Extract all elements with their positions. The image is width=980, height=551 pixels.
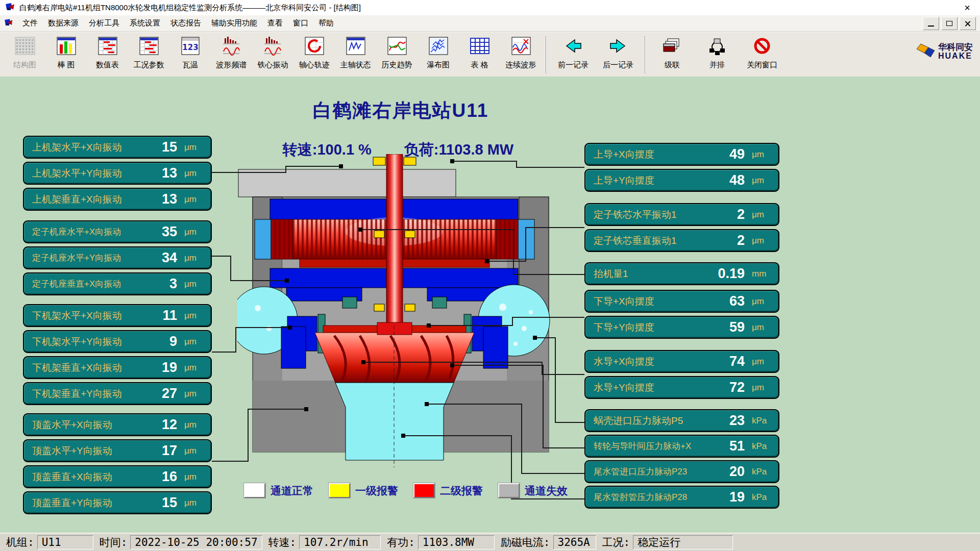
measurement-value: 49 bbox=[712, 146, 745, 162]
measurement-row[interactable]: 下机架垂直+Y向振动27μm bbox=[23, 382, 212, 405]
measurement-row[interactable]: 定子机座水平+Y向振动34μm bbox=[23, 246, 212, 269]
close-window-button[interactable]: 关闭窗口 bbox=[740, 35, 785, 70]
status-field-label: 时间: bbox=[96, 535, 131, 549]
numeric-table-icon bbox=[96, 36, 119, 59]
measurement-row[interactable]: 水导+X向摆度74μm bbox=[584, 350, 779, 373]
stator-right bbox=[518, 219, 534, 259]
shaft-status-icon bbox=[344, 36, 368, 59]
history-trend-button[interactable]: 历史趋势 bbox=[376, 35, 418, 70]
measurement-row[interactable]: 转轮与导叶间压力脉动+X51kPa bbox=[584, 435, 779, 458]
measurement-row[interactable]: 顶盖垂直+X向振动16μm bbox=[23, 465, 212, 488]
toolbar-button-label: 主轴状态 bbox=[340, 60, 371, 70]
measurement-label: 下机架水平+X向振动 bbox=[32, 309, 144, 322]
measurement-row[interactable]: 顶盖水平+Y向振动17μm bbox=[23, 439, 212, 462]
bearing-pad bbox=[374, 231, 384, 238]
menu-item-6[interactable]: 查看 bbox=[262, 16, 288, 30]
status-field-value: 1103.8MW bbox=[418, 535, 495, 549]
status-field-value: 107.2r/min bbox=[299, 535, 381, 549]
measurement-row[interactable]: 定子铁芯水平振动12μm bbox=[584, 203, 779, 226]
measurement-label: 抬机量1 bbox=[594, 267, 712, 281]
condition-params-button[interactable]: 工况参数 bbox=[128, 35, 169, 70]
menu-item-8[interactable]: 帮助 bbox=[313, 16, 339, 30]
measurement-row[interactable]: 定子机座水平+X向振动35μm bbox=[23, 220, 212, 243]
measurement-value: 0.19 bbox=[712, 266, 745, 282]
menu-bar: 文件数据来源分析工具系统设置状态报告辅助实用功能查看窗口帮助 bbox=[0, 15, 980, 32]
measurement-row[interactable]: 下导+X向摆度63μm bbox=[584, 290, 779, 313]
core-vibration-icon bbox=[261, 36, 285, 59]
measurement-unit: μm bbox=[184, 420, 206, 430]
window-close-button[interactable]: × bbox=[960, 2, 975, 14]
measurement-value: 13 bbox=[144, 165, 177, 181]
spectrum-button[interactable]: 波形频谱 bbox=[211, 35, 252, 70]
measurement-row[interactable]: 定子机座垂直+X向振动3μm bbox=[23, 272, 212, 295]
measurement-row[interactable]: 顶盖垂直+Y向振动15μm bbox=[23, 491, 212, 514]
measurement-value: 63 bbox=[712, 293, 745, 309]
close-button[interactable] bbox=[960, 17, 976, 30]
measurement-label: 下机架水平+Y向振动 bbox=[32, 335, 144, 348]
continuous-wave-button[interactable]: 连续波形 bbox=[500, 35, 542, 70]
measurement-row[interactable]: 下机架水平+X向振动11μm bbox=[23, 304, 212, 327]
measurement-value: 23 bbox=[712, 413, 745, 429]
measurement-label: 顶盖垂直+X向振动 bbox=[32, 470, 144, 484]
measurement-row[interactable]: 蜗壳进口压力脉动P523kPa bbox=[584, 409, 779, 432]
bar-chart-icon bbox=[55, 36, 78, 59]
toolbar-button-label: 表 格 bbox=[471, 60, 488, 70]
status-field-label: 有功: bbox=[384, 535, 418, 549]
measurement-row[interactable]: 上导+X向摆度49μm bbox=[584, 143, 779, 166]
measurement-value: 15 bbox=[144, 495, 177, 511]
waterfall-icon bbox=[427, 36, 450, 59]
measurement-row[interactable]: 顶盖水平+X向振动12μm bbox=[23, 413, 212, 436]
measurement-row[interactable]: 下机架水平+Y向振动9μm bbox=[23, 330, 212, 353]
grid-table-icon bbox=[468, 36, 492, 59]
menu-item-2[interactable]: 分析工具 bbox=[84, 16, 125, 30]
tile-button[interactable]: 并排 bbox=[695, 35, 740, 70]
legend-label: 通道正常 bbox=[271, 484, 313, 498]
menu-item-7[interactable]: 窗口 bbox=[288, 16, 313, 30]
measurement-row[interactable]: 尾水管肘管压力脉动P2819kPa bbox=[584, 486, 779, 509]
close-window-icon bbox=[750, 36, 774, 59]
measurement-row[interactable]: 水导+Y向摆度72μm bbox=[584, 376, 779, 399]
measurement-row[interactable]: 尾水管进口压力脉动P2320kPa bbox=[584, 460, 779, 483]
measurement-unit: μm bbox=[184, 194, 206, 205]
measurement-row[interactable]: 定子铁芯垂直振动12μm bbox=[584, 229, 779, 252]
next-record-button[interactable]: 后一记录 bbox=[596, 35, 641, 70]
measurement-row[interactable]: 上机架水平+Y向振动13μm bbox=[23, 162, 212, 185]
pad-temp-button[interactable]: 123瓦温 bbox=[169, 35, 211, 70]
menu-item-1[interactable]: 数据来源 bbox=[43, 16, 84, 30]
core-vibration-button[interactable]: 铁心振动 bbox=[252, 35, 293, 70]
status-field-label: 工况: bbox=[599, 535, 633, 549]
stator-left bbox=[255, 219, 271, 259]
menu-item-0[interactable]: 文件 bbox=[17, 16, 43, 30]
measurement-value: 48 bbox=[712, 172, 745, 188]
waterfall-button[interactable]: 瀑布图 bbox=[418, 35, 459, 70]
measurement-row[interactable]: 下导+Y向摆度59μm bbox=[584, 316, 779, 339]
toolbar-button-label: 结构图 bbox=[13, 60, 36, 70]
numeric-table-button[interactable]: 数值表 bbox=[87, 35, 128, 70]
menu-item-4[interactable]: 状态报告 bbox=[165, 16, 206, 30]
bar-chart-button[interactable]: 棒 图 bbox=[45, 35, 87, 70]
measurement-unit: μm bbox=[752, 176, 773, 186]
measurement-unit: μm bbox=[184, 311, 206, 321]
measurement-label: 下导+X向摆度 bbox=[594, 295, 712, 308]
cascade-button[interactable]: 级联 bbox=[650, 35, 695, 70]
measurement-row[interactable]: 下机架垂直+X向振动19μm bbox=[23, 356, 212, 379]
menu-item-3[interactable]: 系统设置 bbox=[125, 16, 165, 30]
cascade-icon bbox=[660, 36, 684, 59]
toolbar-button-label: 连续波形 bbox=[506, 60, 536, 70]
grid-table-button[interactable]: 表 格 bbox=[459, 35, 500, 70]
orbit-button[interactable]: 轴心轨迹 bbox=[293, 35, 335, 70]
toolbar-button-label: 瓦温 bbox=[183, 60, 198, 70]
measurement-row[interactable]: 上机架垂直+X向振动13μm bbox=[23, 188, 212, 211]
measurement-unit: μm bbox=[752, 296, 773, 307]
menu-item-5[interactable]: 辅助实用功能 bbox=[206, 16, 262, 30]
measurement-row[interactable]: 抬机量10.19mm bbox=[584, 262, 779, 285]
measurement-row[interactable]: 上机架水平+X向振动15μm bbox=[23, 136, 212, 159]
prev-record-button[interactable]: 前一记录 bbox=[551, 35, 596, 70]
restore-button[interactable] bbox=[941, 17, 958, 30]
orbit-icon bbox=[303, 36, 326, 59]
tile-icon bbox=[705, 36, 729, 59]
shaft-status-button[interactable]: 主轴状态 bbox=[335, 35, 376, 70]
measurement-row[interactable]: 上导+Y向摆度48μm bbox=[584, 169, 779, 192]
minimize-button[interactable] bbox=[923, 17, 939, 30]
structure-grid-button: 结构图 bbox=[4, 35, 45, 70]
